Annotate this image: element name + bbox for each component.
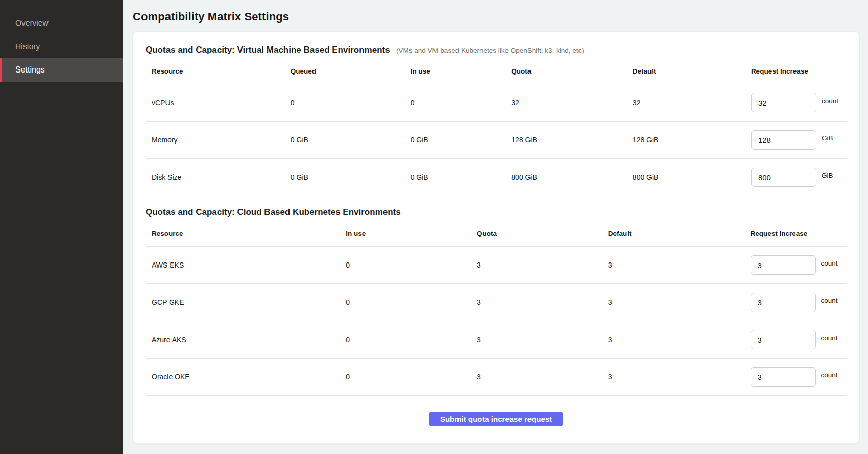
queued-value: 0 GiB <box>284 122 404 159</box>
column-header-resource: Resource <box>146 222 340 247</box>
default-value: 32 <box>626 84 745 122</box>
column-header-in-use: In use <box>404 59 505 84</box>
in-use-value: 0 <box>340 247 471 284</box>
unit-label: count <box>821 259 838 267</box>
resource-name: Azure AKS <box>146 321 340 359</box>
k8s-quota-table: Resource In use Quota Default Request In… <box>146 222 847 396</box>
resource-name: AWS EKS <box>146 247 340 284</box>
quota-value: 3 <box>471 359 602 396</box>
sidebar-item-label: History <box>15 42 40 51</box>
request-increase-cell: count <box>751 330 847 349</box>
request-increase-input[interactable] <box>751 293 816 312</box>
table-row-azure-aks: Azure AKS 0 3 3 count <box>146 321 847 359</box>
sidebar-item-label: Overview <box>15 18 49 28</box>
sidebar: Overview History Settings <box>0 0 123 454</box>
quota-value: 3 <box>471 247 602 284</box>
column-header-in-use: In use <box>340 222 471 247</box>
table-row-vcpus: vCPUs 0 0 32 32 count <box>146 84 847 122</box>
column-header-queued: Queued <box>284 59 404 84</box>
vm-section-title: Quotas and Capacity: Virtual Machine Bas… <box>146 45 390 55</box>
request-increase-cell: count <box>751 93 847 112</box>
quota-value: 128 GiB <box>505 122 626 159</box>
sidebar-item-label: Settings <box>15 65 45 75</box>
main-content: Compatibility Matrix Settings Quotas and… <box>123 0 868 454</box>
request-increase-input[interactable] <box>751 255 816 275</box>
resource-name: GCP GKE <box>146 284 340 321</box>
resource-name: Disk Size <box>146 159 284 196</box>
request-increase-input[interactable] <box>751 130 816 150</box>
resource-name: Memory <box>146 122 284 159</box>
request-increase-cell: count <box>751 293 847 312</box>
queued-value: 0 <box>284 84 404 122</box>
column-header-default: Default <box>626 59 745 84</box>
default-value: 800 GiB <box>626 159 745 196</box>
request-increase-cell: GiB <box>751 130 847 150</box>
request-increase-input[interactable] <box>751 93 816 112</box>
table-row-gcp-gke: GCP GKE 0 3 3 count <box>146 284 847 321</box>
default-value: 3 <box>602 247 744 284</box>
vm-quota-table: Resource Queued In use Quota Default Req… <box>146 59 847 196</box>
unit-label: count <box>822 97 838 105</box>
request-increase-input[interactable] <box>751 367 816 387</box>
unit-label: count <box>821 371 838 379</box>
vm-table-header-row: Resource Queued In use Quota Default Req… <box>146 59 847 84</box>
in-use-value: 0 <box>340 359 471 396</box>
table-row-memory: Memory 0 GiB 0 GiB 128 GiB 128 GiB GiB <box>146 122 847 159</box>
in-use-value: 0 <box>404 84 505 122</box>
in-use-value: 0 GiB <box>404 159 505 196</box>
sidebar-item-history[interactable]: History <box>0 35 123 58</box>
quota-value: 32 <box>505 84 626 122</box>
page-title: Compatibility Matrix Settings <box>133 10 859 23</box>
vm-section-header: Quotas and Capacity: Virtual Machine Bas… <box>146 45 847 55</box>
default-value: 3 <box>602 284 744 321</box>
default-value: 128 GiB <box>626 122 745 159</box>
unit-label: GiB <box>822 134 833 142</box>
default-value: 3 <box>602 321 744 359</box>
request-increase-input[interactable] <box>751 168 816 187</box>
column-header-quota: Quota <box>471 222 602 247</box>
vm-section-subtitle: (VMs and VM-based Kubernetes like OpenSh… <box>396 46 584 54</box>
request-increase-cell: count <box>751 367 847 387</box>
submit-quota-increase-button[interactable]: Submit quota increase request <box>429 412 563 426</box>
column-header-default: Default <box>602 222 744 247</box>
k8s-section-title: Quotas and Capacity: Cloud Based Kuberne… <box>146 207 401 217</box>
queued-value: 0 GiB <box>284 159 404 196</box>
table-row-oracle-oke: Oracle OKE 0 3 3 count <box>146 359 847 396</box>
resource-name: Oracle OKE <box>146 359 340 396</box>
sidebar-nav: Overview History Settings <box>0 11 123 82</box>
sidebar-item-overview[interactable]: Overview <box>0 11 123 35</box>
submit-row: Submit quota increase request <box>146 396 847 426</box>
request-increase-cell: GiB <box>751 168 847 187</box>
resource-name: vCPUs <box>146 84 284 122</box>
unit-label: count <box>821 334 838 342</box>
in-use-value: 0 GiB <box>404 122 505 159</box>
in-use-value: 0 <box>340 321 471 359</box>
table-row-aws-eks: AWS EKS 0 3 3 count <box>146 247 847 284</box>
quota-value: 3 <box>471 321 602 359</box>
table-row-disk-size: Disk Size 0 GiB 0 GiB 800 GiB 800 GiB Gi… <box>146 159 847 196</box>
sidebar-item-settings[interactable]: Settings <box>0 58 123 82</box>
request-increase-input[interactable] <box>751 330 816 349</box>
k8s-table-header-row: Resource In use Quota Default Request In… <box>146 222 847 247</box>
k8s-section-header: Quotas and Capacity: Cloud Based Kuberne… <box>146 207 847 218</box>
request-increase-cell: count <box>751 255 847 275</box>
default-value: 3 <box>602 359 744 396</box>
column-header-quota: Quota <box>505 59 626 84</box>
in-use-value: 0 <box>340 284 471 321</box>
unit-label: GiB <box>822 172 833 179</box>
column-header-request-increase: Request Increase <box>745 59 847 84</box>
quota-value: 3 <box>471 284 602 321</box>
unit-label: count <box>821 297 838 304</box>
quota-settings-card: Quotas and Capacity: Virtual Machine Bas… <box>133 31 859 444</box>
column-header-request-increase: Request Increase <box>744 222 847 247</box>
quota-value: 800 GiB <box>505 159 626 196</box>
column-header-resource: Resource <box>146 59 284 84</box>
